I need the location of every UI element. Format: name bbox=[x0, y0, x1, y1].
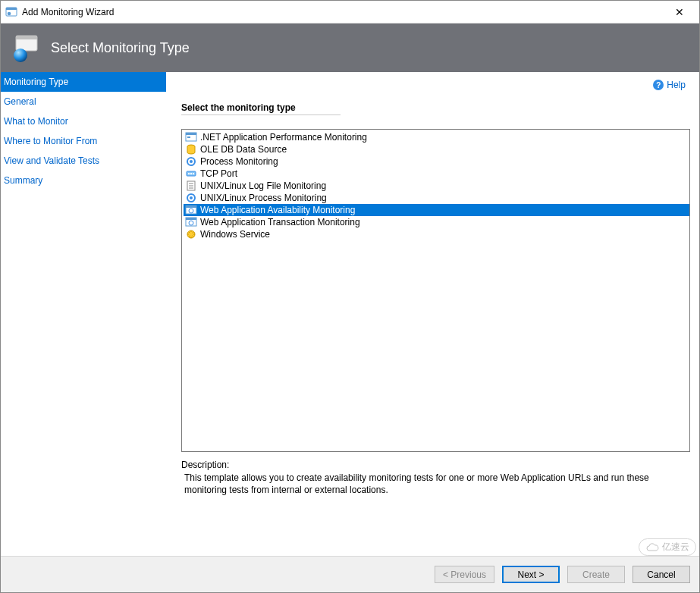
list-item-label: .NET Application Performance Monitoring bbox=[200, 132, 367, 143]
list-item[interactable]: TCP Port bbox=[184, 168, 689, 180]
sidebar-item-where-to-monitor-from[interactable]: Where to Monitor From bbox=[1, 131, 166, 151]
svg-rect-14 bbox=[190, 173, 192, 174]
svg-rect-15 bbox=[193, 173, 194, 174]
svg-rect-4 bbox=[16, 36, 37, 39]
description-text: This template allows you to create avail… bbox=[181, 472, 690, 496]
log-icon bbox=[185, 180, 197, 192]
db-icon bbox=[185, 143, 197, 155]
svg-rect-8 bbox=[187, 136, 190, 138]
create-button: Create bbox=[567, 566, 625, 583]
svg-point-21 bbox=[190, 196, 193, 199]
sidebar-item-label: What to Monitor bbox=[4, 116, 68, 127]
list-item-label: OLE DB Data Source bbox=[200, 144, 287, 155]
list-item[interactable]: UNIX/Linux Process Monitoring bbox=[184, 192, 689, 204]
list-item[interactable]: OLE DB Data Source bbox=[184, 143, 689, 155]
svg-point-5 bbox=[14, 49, 27, 62]
sidebar-item-general[interactable]: General bbox=[1, 92, 166, 111]
svg-rect-1 bbox=[6, 8, 17, 10]
monitoring-type-list[interactable]: .NET Application Performance Monitoring … bbox=[181, 129, 690, 452]
list-item[interactable]: Web Application Availability Monitoring bbox=[184, 204, 689, 216]
process-icon bbox=[185, 155, 197, 168]
close-button[interactable]: ✕ bbox=[664, 2, 695, 23]
description-label: Description: bbox=[181, 460, 690, 470]
next-button[interactable]: Next > bbox=[502, 566, 560, 583]
section-underline bbox=[181, 115, 341, 115]
sidebar-item-label: Where to Monitor From bbox=[4, 136, 97, 146]
list-item-label: Web Application Availability Monitoring bbox=[200, 205, 355, 215]
wizard-banner-icon bbox=[11, 33, 42, 63]
wizard-banner: Select Monitoring Type bbox=[1, 24, 699, 72]
sidebar-item-what-to-monitor[interactable]: What to Monitor bbox=[1, 111, 166, 131]
wizard-footer: < Previous Next > Create Cancel bbox=[1, 556, 699, 592]
section-label: Select the monitoring type bbox=[181, 102, 690, 113]
svg-rect-23 bbox=[186, 206, 196, 208]
close-icon: ✕ bbox=[675, 6, 684, 18]
list-item-label: Windows Service bbox=[200, 229, 270, 240]
list-item[interactable]: Windows Service bbox=[184, 228, 689, 240]
process-icon bbox=[185, 192, 197, 204]
previous-button: < Previous bbox=[435, 566, 494, 583]
sidebar-item-label: General bbox=[4, 96, 36, 107]
wizard-banner-title: Select Monitoring Type bbox=[51, 40, 190, 56]
sidebar-item-monitoring-type[interactable]: Monitoring Type bbox=[1, 72, 166, 92]
cancel-button[interactable]: Cancel bbox=[633, 566, 690, 583]
list-item[interactable]: Process Monitoring bbox=[184, 155, 689, 168]
window-title: Add Monitoring Wizard bbox=[22, 7, 664, 17]
wizard-body: Monitoring Type General What to Monitor … bbox=[1, 72, 699, 556]
list-item-label: Web Application Transaction Monitoring bbox=[200, 217, 360, 227]
list-item-label: UNIX/Linux Log File Monitoring bbox=[200, 180, 326, 191]
svg-point-2 bbox=[8, 11, 11, 15]
wizard-sidebar: Monitoring Type General What to Monitor … bbox=[1, 72, 166, 556]
svg-rect-26 bbox=[186, 218, 196, 220]
app-window-icon bbox=[5, 6, 17, 18]
list-item-label: Process Monitoring bbox=[200, 156, 278, 167]
wizard-main: ? Help Select the monitoring type .NET A… bbox=[166, 72, 699, 556]
list-item[interactable]: UNIX/Linux Log File Monitoring bbox=[184, 180, 689, 192]
list-item[interactable]: .NET Application Performance Monitoring bbox=[184, 131, 689, 143]
service-icon bbox=[185, 228, 197, 240]
sidebar-item-summary[interactable]: Summary bbox=[1, 171, 166, 190]
sidebar-item-label: Monitoring Type bbox=[4, 77, 68, 87]
titlebar: Add Monitoring Wizard ✕ bbox=[1, 1, 699, 24]
app-icon bbox=[185, 131, 197, 143]
svg-rect-13 bbox=[188, 173, 190, 174]
list-item-label: TCP Port bbox=[200, 168, 237, 179]
svg-rect-7 bbox=[186, 133, 196, 135]
sidebar-item-view-validate-tests[interactable]: View and Validate Tests bbox=[1, 151, 166, 171]
sidebar-item-label: Summary bbox=[4, 175, 42, 186]
help-link[interactable]: ? Help bbox=[653, 80, 686, 90]
svg-point-11 bbox=[190, 160, 193, 163]
web-icon bbox=[185, 204, 197, 216]
help-label: Help bbox=[667, 80, 686, 90]
sidebar-item-label: View and Validate Tests bbox=[4, 155, 99, 166]
list-item-label: UNIX/Linux Process Monitoring bbox=[200, 193, 327, 203]
list-item[interactable]: Web Application Transaction Monitoring bbox=[184, 216, 689, 228]
web-icon bbox=[185, 216, 197, 228]
help-icon: ? bbox=[653, 80, 664, 90]
port-icon bbox=[185, 168, 197, 180]
